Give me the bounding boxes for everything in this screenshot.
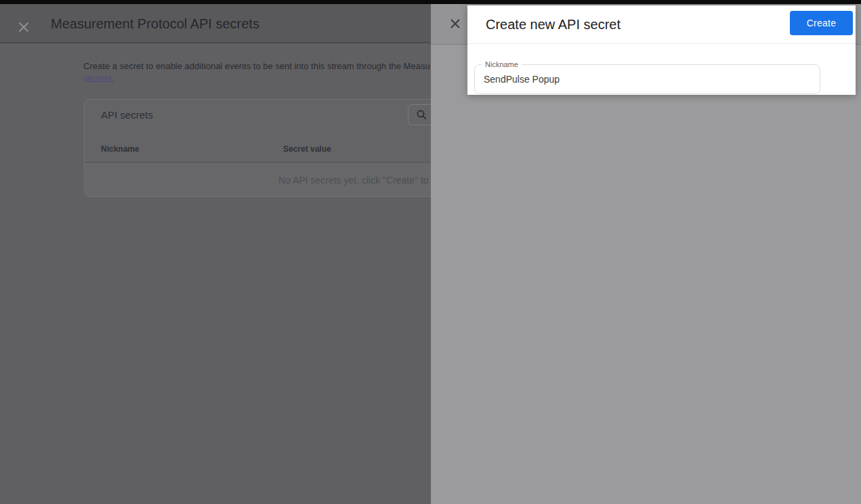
dialog-close-button[interactable] <box>448 16 463 31</box>
underlay-panel-title: Measurement Protocol API secrets <box>51 4 259 43</box>
column-header-nickname: Nickname <box>101 144 140 154</box>
underlay-close-button[interactable] <box>16 20 31 35</box>
secrets-link[interactable]: secrets. <box>83 72 114 83</box>
api-secrets-card: API secrets Nickname Secret value No API… <box>84 99 490 197</box>
nickname-field[interactable]: Nickname <box>474 64 820 94</box>
create-button[interactable]: Create <box>790 11 853 35</box>
search-icon <box>416 109 427 121</box>
dialog-header: Create new API secret Create <box>467 5 856 44</box>
description-text: Create a secret to enable additional eve… <box>83 61 430 71</box>
nickname-input[interactable] <box>475 65 820 93</box>
dialog-scrim: Create new API secret Create Nickname <box>431 0 861 504</box>
card-title: API secrets <box>101 109 153 121</box>
empty-state-row: No API secrets yet, click "Create" to <box>85 163 490 197</box>
create-api-secret-dialog: Create new API secret Create Nickname <box>467 5 856 95</box>
dialog-title: Create new API secret <box>486 5 621 44</box>
screen: Measurement Protocol API secrets Create … <box>0 0 861 504</box>
close-icon <box>450 18 461 29</box>
close-icon <box>18 21 30 33</box>
window-top-edge <box>0 0 861 4</box>
empty-state-message: No API secrets yet, click "Create" to <box>278 163 429 197</box>
column-header-secret-value: Secret value <box>283 144 331 154</box>
nickname-field-label: Nickname <box>482 60 522 68</box>
